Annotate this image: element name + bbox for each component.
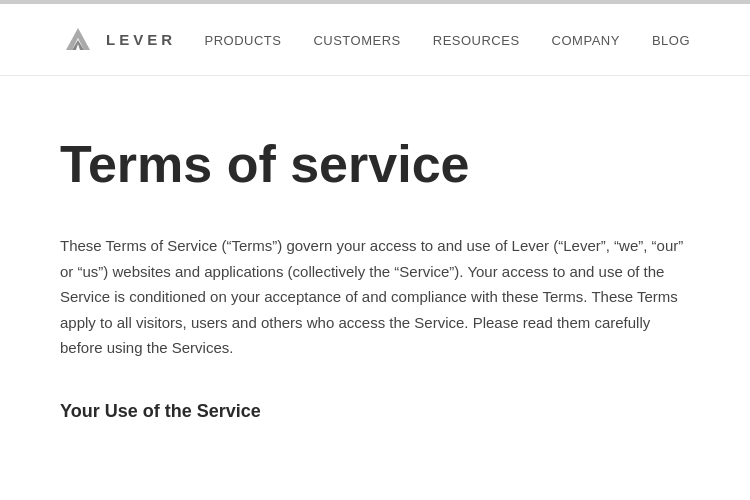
main-content: Terms of service These Terms of Service … (0, 76, 750, 462)
intro-paragraph: These Terms of Service (“Terms”) govern … (60, 233, 690, 361)
nav-link-company[interactable]: COMPANY (552, 33, 620, 48)
page-title: Terms of service (60, 136, 690, 193)
svg-marker-0 (66, 28, 90, 50)
nav-item-resources[interactable]: RESOURCES (433, 31, 520, 49)
nav-link-blog[interactable]: BLOG (652, 33, 690, 48)
logo-link[interactable]: LEVER (60, 22, 176, 58)
nav-link-products[interactable]: PRODUCTS (204, 33, 281, 48)
nav-item-blog[interactable]: BLOG (652, 31, 690, 49)
section-1-heading: Your Use of the Service (60, 401, 690, 422)
nav-link-customers[interactable]: CUSTOMERS (313, 33, 400, 48)
nav-item-customers[interactable]: CUSTOMERS (313, 31, 400, 49)
navbar: LEVER PRODUCTS CUSTOMERS RESOURCES COMPA… (0, 4, 750, 76)
logo-text: LEVER (106, 31, 176, 48)
nav-links: PRODUCTS CUSTOMERS RESOURCES COMPANY BLO… (204, 31, 690, 49)
nav-item-products[interactable]: PRODUCTS (204, 31, 281, 49)
logo-icon (60, 22, 96, 58)
nav-item-company[interactable]: COMPANY (552, 31, 620, 49)
nav-link-resources[interactable]: RESOURCES (433, 33, 520, 48)
